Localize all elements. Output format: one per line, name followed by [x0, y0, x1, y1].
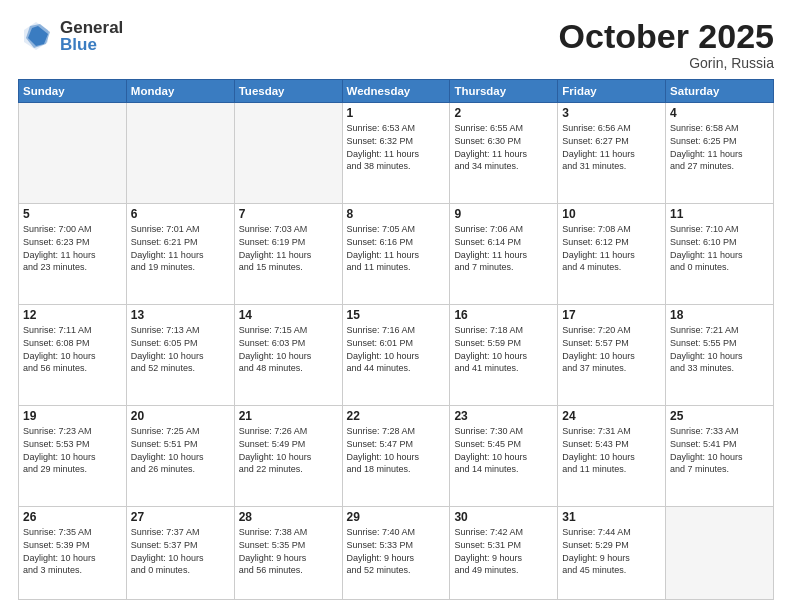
location-subtitle: Gorin, Russia — [559, 55, 774, 71]
day-info: Sunrise: 7:00 AM Sunset: 6:23 PM Dayligh… — [23, 223, 122, 273]
day-number: 2 — [454, 106, 553, 120]
day-info: Sunrise: 7:15 AM Sunset: 6:03 PM Dayligh… — [239, 324, 338, 374]
calendar-cell: 14Sunrise: 7:15 AM Sunset: 6:03 PM Dayli… — [234, 305, 342, 406]
calendar-cell: 8Sunrise: 7:05 AM Sunset: 6:16 PM Daylig… — [342, 204, 450, 305]
month-title: October 2025 — [559, 18, 774, 55]
day-number: 10 — [562, 207, 661, 221]
day-info: Sunrise: 6:55 AM Sunset: 6:30 PM Dayligh… — [454, 122, 553, 172]
col-tuesday: Tuesday — [234, 80, 342, 103]
calendar-header: Sunday Monday Tuesday Wednesday Thursday… — [19, 80, 774, 103]
calendar-cell: 22Sunrise: 7:28 AM Sunset: 5:47 PM Dayli… — [342, 406, 450, 507]
calendar-cell: 21Sunrise: 7:26 AM Sunset: 5:49 PM Dayli… — [234, 406, 342, 507]
calendar-cell: 23Sunrise: 7:30 AM Sunset: 5:45 PM Dayli… — [450, 406, 558, 507]
logo-general-text: General — [60, 19, 123, 36]
day-number: 23 — [454, 409, 553, 423]
logo: General Blue — [18, 18, 123, 54]
col-friday: Friday — [558, 80, 666, 103]
calendar-cell: 30Sunrise: 7:42 AM Sunset: 5:31 PM Dayli… — [450, 507, 558, 600]
day-number: 16 — [454, 308, 553, 322]
day-number: 5 — [23, 207, 122, 221]
calendar-cell: 28Sunrise: 7:38 AM Sunset: 5:35 PM Dayli… — [234, 507, 342, 600]
day-info: Sunrise: 7:30 AM Sunset: 5:45 PM Dayligh… — [454, 425, 553, 475]
title-block: October 2025 Gorin, Russia — [559, 18, 774, 71]
day-number: 22 — [347, 409, 446, 423]
day-info: Sunrise: 7:28 AM Sunset: 5:47 PM Dayligh… — [347, 425, 446, 475]
day-info: Sunrise: 7:38 AM Sunset: 5:35 PM Dayligh… — [239, 526, 338, 576]
week-row-1: 1Sunrise: 6:53 AM Sunset: 6:32 PM Daylig… — [19, 103, 774, 204]
day-info: Sunrise: 7:37 AM Sunset: 5:37 PM Dayligh… — [131, 526, 230, 576]
calendar-body: 1Sunrise: 6:53 AM Sunset: 6:32 PM Daylig… — [19, 103, 774, 600]
calendar-cell — [126, 103, 234, 204]
calendar-cell: 18Sunrise: 7:21 AM Sunset: 5:55 PM Dayli… — [666, 305, 774, 406]
day-number: 24 — [562, 409, 661, 423]
day-number: 26 — [23, 510, 122, 524]
calendar-cell — [666, 507, 774, 600]
day-number: 21 — [239, 409, 338, 423]
weekday-row: Sunday Monday Tuesday Wednesday Thursday… — [19, 80, 774, 103]
calendar-cell: 12Sunrise: 7:11 AM Sunset: 6:08 PM Dayli… — [19, 305, 127, 406]
calendar-cell: 24Sunrise: 7:31 AM Sunset: 5:43 PM Dayli… — [558, 406, 666, 507]
day-info: Sunrise: 7:35 AM Sunset: 5:39 PM Dayligh… — [23, 526, 122, 576]
day-info: Sunrise: 7:11 AM Sunset: 6:08 PM Dayligh… — [23, 324, 122, 374]
day-info: Sunrise: 7:16 AM Sunset: 6:01 PM Dayligh… — [347, 324, 446, 374]
day-number: 8 — [347, 207, 446, 221]
calendar-cell: 13Sunrise: 7:13 AM Sunset: 6:05 PM Dayli… — [126, 305, 234, 406]
day-number: 17 — [562, 308, 661, 322]
day-number: 14 — [239, 308, 338, 322]
day-info: Sunrise: 7:03 AM Sunset: 6:19 PM Dayligh… — [239, 223, 338, 273]
day-info: Sunrise: 7:01 AM Sunset: 6:21 PM Dayligh… — [131, 223, 230, 273]
day-info: Sunrise: 7:44 AM Sunset: 5:29 PM Dayligh… — [562, 526, 661, 576]
calendar-cell: 16Sunrise: 7:18 AM Sunset: 5:59 PM Dayli… — [450, 305, 558, 406]
day-number: 3 — [562, 106, 661, 120]
col-thursday: Thursday — [450, 80, 558, 103]
calendar-table: Sunday Monday Tuesday Wednesday Thursday… — [18, 79, 774, 600]
col-wednesday: Wednesday — [342, 80, 450, 103]
day-info: Sunrise: 6:58 AM Sunset: 6:25 PM Dayligh… — [670, 122, 769, 172]
day-number: 7 — [239, 207, 338, 221]
calendar-cell: 10Sunrise: 7:08 AM Sunset: 6:12 PM Dayli… — [558, 204, 666, 305]
col-saturday: Saturday — [666, 80, 774, 103]
calendar-cell: 27Sunrise: 7:37 AM Sunset: 5:37 PM Dayli… — [126, 507, 234, 600]
day-number: 13 — [131, 308, 230, 322]
day-number: 4 — [670, 106, 769, 120]
day-info: Sunrise: 7:26 AM Sunset: 5:49 PM Dayligh… — [239, 425, 338, 475]
day-info: Sunrise: 7:08 AM Sunset: 6:12 PM Dayligh… — [562, 223, 661, 273]
calendar-cell: 19Sunrise: 7:23 AM Sunset: 5:53 PM Dayli… — [19, 406, 127, 507]
calendar-cell — [234, 103, 342, 204]
calendar-cell: 2Sunrise: 6:55 AM Sunset: 6:30 PM Daylig… — [450, 103, 558, 204]
logo-text: General Blue — [60, 19, 123, 53]
day-number: 19 — [23, 409, 122, 423]
day-number: 20 — [131, 409, 230, 423]
day-number: 29 — [347, 510, 446, 524]
calendar-cell: 15Sunrise: 7:16 AM Sunset: 6:01 PM Dayli… — [342, 305, 450, 406]
day-number: 9 — [454, 207, 553, 221]
day-info: Sunrise: 7:21 AM Sunset: 5:55 PM Dayligh… — [670, 324, 769, 374]
calendar-cell: 7Sunrise: 7:03 AM Sunset: 6:19 PM Daylig… — [234, 204, 342, 305]
day-number: 25 — [670, 409, 769, 423]
calendar-cell: 25Sunrise: 7:33 AM Sunset: 5:41 PM Dayli… — [666, 406, 774, 507]
calendar-cell: 26Sunrise: 7:35 AM Sunset: 5:39 PM Dayli… — [19, 507, 127, 600]
day-info: Sunrise: 7:33 AM Sunset: 5:41 PM Dayligh… — [670, 425, 769, 475]
day-number: 12 — [23, 308, 122, 322]
day-info: Sunrise: 7:23 AM Sunset: 5:53 PM Dayligh… — [23, 425, 122, 475]
day-info: Sunrise: 6:53 AM Sunset: 6:32 PM Dayligh… — [347, 122, 446, 172]
day-number: 27 — [131, 510, 230, 524]
day-info: Sunrise: 7:18 AM Sunset: 5:59 PM Dayligh… — [454, 324, 553, 374]
calendar-cell — [19, 103, 127, 204]
logo-blue-text: Blue — [60, 36, 123, 53]
calendar-cell: 29Sunrise: 7:40 AM Sunset: 5:33 PM Dayli… — [342, 507, 450, 600]
day-info: Sunrise: 7:10 AM Sunset: 6:10 PM Dayligh… — [670, 223, 769, 273]
week-row-2: 5Sunrise: 7:00 AM Sunset: 6:23 PM Daylig… — [19, 204, 774, 305]
day-number: 6 — [131, 207, 230, 221]
day-info: Sunrise: 7:05 AM Sunset: 6:16 PM Dayligh… — [347, 223, 446, 273]
day-number: 30 — [454, 510, 553, 524]
day-info: Sunrise: 7:25 AM Sunset: 5:51 PM Dayligh… — [131, 425, 230, 475]
page: General Blue October 2025 Gorin, Russia … — [0, 0, 792, 612]
calendar-cell: 20Sunrise: 7:25 AM Sunset: 5:51 PM Dayli… — [126, 406, 234, 507]
day-info: Sunrise: 6:56 AM Sunset: 6:27 PM Dayligh… — [562, 122, 661, 172]
day-info: Sunrise: 7:31 AM Sunset: 5:43 PM Dayligh… — [562, 425, 661, 475]
day-number: 15 — [347, 308, 446, 322]
calendar-cell: 1Sunrise: 6:53 AM Sunset: 6:32 PM Daylig… — [342, 103, 450, 204]
logo-icon — [18, 18, 54, 54]
header: General Blue October 2025 Gorin, Russia — [18, 18, 774, 71]
